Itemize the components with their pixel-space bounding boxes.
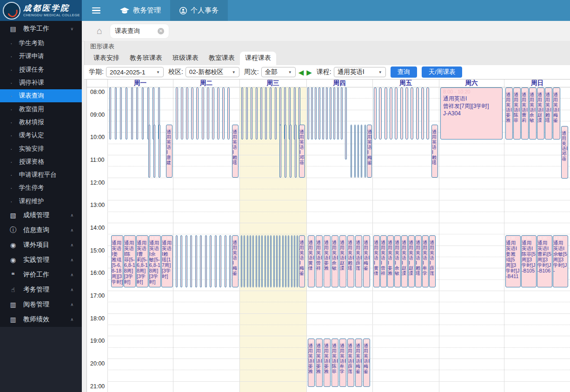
course-event[interactable]: 14:30通用英语Ⅰ曾祥 [316, 235, 323, 287]
course-event-stripe[interactable] [120, 87, 122, 140]
course-event[interactable]: 14:30通用英语Ⅰ曹莉[5-6,8-18周][3学时] [136, 235, 148, 287]
course-event-stripe[interactable] [390, 87, 392, 140]
course-event[interactable]: 9:40通用英语Ⅰ邓蓓 [299, 125, 305, 178]
course-event-stripe[interactable] [285, 125, 286, 178]
course-event[interactable]: 9:40通用英语Ⅰ赖瑶 [232, 125, 239, 178]
sidebar-group-实践管理[interactable]: ◉实践管理∧ [0, 252, 82, 267]
home-icon[interactable]: ⌂ [97, 26, 102, 35]
course-event[interactable]: 19:00通用英语Ⅰ陈菲 [331, 339, 338, 387]
course-event[interactable]: 8:00通用英语Ⅰ曹莉 [521, 87, 529, 140]
course-event-stripe[interactable] [405, 87, 408, 140]
course-event-stripe[interactable] [225, 235, 226, 287]
course-event[interactable]: 14:30通用英语Ⅰ薛莲 [429, 235, 436, 287]
sidebar-item-学生停考[interactable]: ·学生停考 [0, 181, 82, 194]
course-event-stripe[interactable] [207, 87, 209, 140]
course-event-stripe[interactable] [354, 125, 356, 178]
next-week-icon[interactable]: ▶ [306, 69, 312, 76]
course-event-stripe[interactable] [217, 87, 219, 140]
course-event-stripe[interactable] [291, 235, 292, 287]
course-event-stripe[interactable] [246, 87, 248, 140]
course-event-stripe[interactable] [191, 87, 193, 140]
course-event-stripe[interactable] [186, 235, 187, 287]
course-event-stripe[interactable] [126, 87, 127, 140]
sidebar-group-成绩管理[interactable]: ▧成绩管理∧ [0, 208, 82, 223]
course-event[interactable]: 8:00通用英语Ⅰ陈菲 [513, 87, 521, 140]
sidebar-item-教室借用[interactable]: ·教室借用 [0, 102, 82, 115]
course-event[interactable]: 14:30通用英语Ⅰ赵溧 [339, 235, 346, 287]
course-event-stripe[interactable] [241, 87, 243, 140]
top-menu-academic[interactable]: 教务管理 [111, 0, 170, 21]
course-event-stripe[interactable] [256, 235, 257, 287]
course-event-stripe[interactable] [275, 87, 277, 140]
course-event[interactable]: 14:30通用英语Ⅰ赵溧 [408, 235, 415, 287]
course-event[interactable]: 14:30 -通用英语Ⅰ佘敏[5周][3学时]J- [553, 235, 568, 287]
course-event-stripe[interactable] [200, 235, 202, 287]
course-event-stripe[interactable] [131, 87, 133, 140]
course-event-stripe[interactable] [215, 235, 217, 287]
query-button[interactable]: 查询 [391, 66, 417, 78]
course-event-stripe[interactable] [186, 87, 188, 140]
course-event-stripe[interactable] [222, 87, 225, 140]
course-event-stripe[interactable] [212, 87, 214, 140]
open-tab-pill[interactable]: 课表查询 ✕ [110, 24, 169, 38]
course-event[interactable]: 8:00通用英语Ⅰ佘敏 [529, 87, 537, 140]
course-event-stripe[interactable] [241, 235, 242, 287]
course-event-stripe[interactable] [261, 235, 263, 287]
course-event[interactable]: 19:00通用英语Ⅰ牟学 [339, 339, 346, 387]
course-event[interactable]: 14:30通用英语Ⅰ赖瑶[17周][3学时] [161, 235, 173, 287]
course-event-stripe[interactable] [318, 87, 320, 140]
course-event[interactable]: 14:30通用英语Ⅰ佘敏 [394, 235, 401, 287]
course-event-stripe[interactable] [311, 87, 313, 140]
course-event[interactable]: 19:00通用英语Ⅰ薛莲 [347, 339, 354, 387]
sidebar-item-调停补课[interactable]: ·调停补课 [0, 76, 82, 89]
course-event-stripe[interactable] [153, 125, 155, 178]
campus-select[interactable]: 02-新都校区 ▼ [186, 67, 239, 77]
course-event-stripe[interactable] [374, 87, 377, 140]
sidebar-group-阅卷管理[interactable]: ▥阅卷管理∧ [0, 297, 82, 312]
course-event-stripe[interactable] [421, 87, 424, 140]
course-event-stripe[interactable] [180, 235, 182, 287]
tab-课程课表[interactable]: 课程课表 [240, 52, 276, 65]
course-event-stripe[interactable] [244, 235, 245, 287]
course-event[interactable]: 9:40通用英语Ⅰ唐建 [166, 125, 172, 178]
day-week-toggle-button[interactable]: 天/周课表 [422, 66, 463, 78]
course-event-stripe[interactable] [345, 87, 347, 159]
course-event[interactable]: 14:30通用英语Ⅰ梅鉴 [232, 235, 239, 287]
course-event[interactable]: 14:30通用英语Ⅰ赖瑶 [415, 235, 422, 287]
course-event[interactable]: 9:40通用英语Ⅰ邓蓓 [561, 126, 568, 179]
course-event[interactable]: 19:00通用英语Ⅰ姜雅 [316, 339, 323, 387]
course-event-stripe[interactable] [256, 87, 258, 140]
sidebar-group-考务管理[interactable]: ☝考务管理∧ [0, 282, 82, 297]
course-event[interactable]: 14:30通用英语Ⅰ黄倩 [308, 235, 315, 287]
course-event-stripe[interactable] [202, 87, 204, 140]
course-event-stripe[interactable] [205, 235, 207, 287]
course-event-stripe[interactable] [365, 125, 366, 178]
course-event-stripe[interactable] [229, 235, 231, 287]
course-event[interactable]: 8:00 - 10:20通用英语I曾祥发[7周][3学时]J-A304 [440, 87, 503, 140]
course-event-stripe[interactable] [282, 235, 284, 287]
course-event-stripe[interactable] [176, 235, 178, 287]
sidebar-group-评价工作[interactable]: ❝评价工作∧ [0, 267, 82, 282]
course-event-stripe[interactable] [258, 235, 260, 287]
sidebar-group-信息查询[interactable]: ⓘ信息查询∧ [0, 223, 82, 238]
course-event-stripe[interactable] [148, 125, 150, 178]
course-event[interactable]: 19:00通用英语Ⅰ姜雅 [324, 339, 331, 387]
course-event-stripe[interactable] [322, 87, 324, 140]
course-event-stripe[interactable] [295, 125, 297, 178]
sidebar-item-学生考勤[interactable]: ·学生考勤 [0, 37, 82, 50]
course-event-stripe[interactable] [159, 125, 160, 178]
course-event-stripe[interactable] [426, 87, 429, 140]
course-event-stripe[interactable] [176, 87, 178, 140]
course-event[interactable]: 14:30通用英语Ⅰ陈菲[5-6,8-18周][3学时] [124, 235, 136, 287]
course-event-stripe[interactable] [294, 235, 295, 287]
course-event-stripe[interactable] [115, 87, 117, 140]
course-event-stripe[interactable] [265, 235, 266, 287]
course-event[interactable]: 8:00通用英语Ⅰ赵溧 [537, 87, 544, 140]
course-event-stripe[interactable] [267, 235, 269, 287]
course-event-stripe[interactable] [270, 87, 272, 140]
course-event-stripe[interactable] [219, 235, 221, 287]
course-event-stripe[interactable] [330, 87, 331, 140]
course-event[interactable]: 9:40通用英语Ⅰ梅鉴 [367, 125, 372, 178]
course-event-stripe[interactable] [279, 235, 280, 287]
sidebar-group-教学工作[interactable]: ▤教学工作∨ [0, 21, 82, 37]
